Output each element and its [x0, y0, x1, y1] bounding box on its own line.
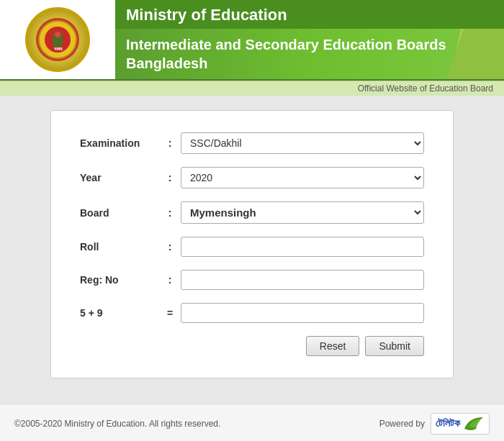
submit-button[interactable]: Submit — [365, 336, 424, 356]
board-title-bar: Intermediate and Secondary Education Boa… — [115, 29, 504, 79]
reg-no-control — [181, 270, 424, 290]
captcha-control — [181, 303, 424, 323]
year-select[interactable]: 2020 2019 2018 2017 — [181, 167, 424, 188]
board-row: Board : Mymensingh Dhaka Rajshahi Chitta… — [80, 201, 424, 224]
ministry-title-bar: Ministry of Education — [115, 0, 504, 29]
button-row: Reset Submit — [80, 336, 424, 356]
official-website-bar: Official Website of Education Board — [0, 81, 504, 96]
teletalk-leaf-icon — [463, 416, 485, 432]
reset-button[interactable]: Reset — [306, 336, 360, 356]
examination-row: Examination : SSC/Dakhil HSC/Alim JSC/JD… — [80, 132, 424, 154]
examination-colon: : — [159, 137, 181, 149]
examination-select[interactable]: SSC/Dakhil HSC/Alim JSC/JDC — [181, 132, 424, 154]
logo-area: সরকার — [0, 0, 115, 79]
reg-no-input[interactable] — [181, 270, 424, 290]
powered-by-section: Powered by টেলিটক — [379, 413, 490, 435]
official-website-text: Official Website of Education Board — [358, 83, 493, 94]
page-header: সরকার Ministry of Education Intermediate… — [0, 0, 504, 81]
examination-control: SSC/Dakhil HSC/Alim JSC/JDC — [181, 132, 424, 154]
examination-label: Examination — [80, 137, 159, 149]
captcha-row: 5 + 9 = — [80, 303, 424, 323]
captcha-input[interactable] — [181, 303, 424, 323]
reg-no-colon: : — [159, 274, 181, 286]
logo-circle: সরকার — [25, 7, 90, 72]
captcha-label: 5 + 9 — [80, 307, 159, 319]
year-row: Year : 2020 2019 2018 2017 — [80, 167, 424, 188]
board-title: Intermediate and Secondary Education Boa… — [126, 35, 493, 73]
year-label: Year — [80, 172, 159, 183]
roll-label: Roll — [80, 241, 159, 253]
powered-by-label: Powered by — [379, 419, 425, 429]
roll-row: Roll : — [80, 237, 424, 257]
board-label: Board — [80, 207, 159, 219]
reg-no-label: Reg: No — [80, 274, 159, 286]
teletalk-brand: টেলিটক — [436, 418, 460, 429]
teletalk-logo: টেলিটক — [431, 413, 490, 435]
form-container: Examination : SSC/Dakhil HSC/Alim JSC/JD… — [50, 110, 454, 378]
year-colon: : — [159, 172, 181, 183]
copyright-text: ©2005-2020 Ministry of Education. All ri… — [14, 419, 220, 429]
ministry-title: Ministry of Education — [126, 6, 287, 24]
roll-input[interactable] — [181, 237, 424, 257]
svg-point-3 — [55, 32, 60, 37]
logo-emblem: সরকার — [36, 18, 79, 61]
board-control: Mymensingh Dhaka Rajshahi Chittagong Syl… — [181, 201, 424, 224]
board-select[interactable]: Mymensingh Dhaka Rajshahi Chittagong Syl… — [181, 201, 424, 224]
page-footer: ©2005-2020 Ministry of Education. All ri… — [0, 404, 504, 441]
year-control: 2020 2019 2018 2017 — [181, 167, 424, 188]
board-colon: : — [159, 207, 181, 219]
captcha-equals: = — [159, 307, 181, 319]
svg-text:সরকার: সরকার — [53, 47, 62, 51]
roll-control — [181, 237, 424, 257]
main-content: Examination : SSC/Dakhil HSC/Alim JSC/JD… — [0, 96, 504, 393]
roll-colon: : — [159, 241, 181, 253]
reg-no-row: Reg: No : — [80, 270, 424, 290]
header-text-area: Ministry of Education Intermediate and S… — [115, 0, 504, 79]
